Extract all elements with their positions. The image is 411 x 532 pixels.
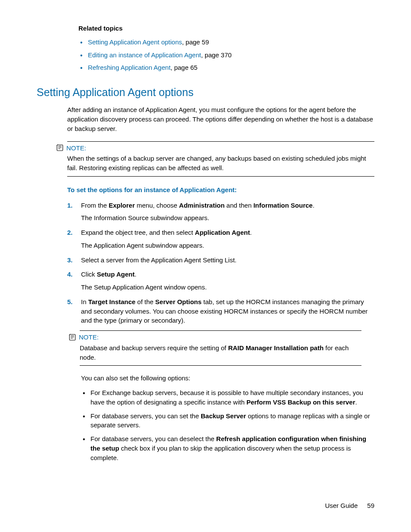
list-item: For database servers, you can deselect t…: [81, 434, 374, 462]
note-body: Database and backup servers require the …: [80, 343, 361, 362]
step-result: The Application Agent subwindow appears.: [81, 241, 374, 250]
step-text: From the Explorer menu, choose Administr…: [81, 202, 314, 209]
list-item: Editing an instance of Application Agent…: [78, 50, 374, 60]
note-body: When the settings of a backup server are…: [67, 154, 374, 173]
step-text: Expand the object tree, and then select …: [81, 229, 252, 236]
note-label: NOTE:: [79, 333, 99, 342]
step-item: Click Setup Agent. The Setup Application…: [67, 270, 374, 292]
related-topics-heading: Related topics: [78, 24, 374, 33]
intro-paragraph: After adding an instance of Application …: [67, 105, 374, 133]
procedure-heading: To set the options for an instance of Ap…: [67, 185, 374, 195]
list-item: For Exchange backup servers, because it …: [81, 388, 374, 407]
svg-rect-1: [69, 334, 75, 340]
divider: [80, 330, 361, 331]
related-link[interactable]: Editing an instance of Application Agent: [88, 51, 201, 59]
step-item: Expand the object tree, and then select …: [67, 228, 374, 250]
note-block: NOTE: Database and backup servers requir…: [80, 330, 361, 366]
related-suffix: , page 65: [171, 64, 198, 71]
steps-list: From the Explorer menu, choose Administr…: [67, 201, 374, 326]
divider: [80, 365, 361, 366]
footer-label: User Guide: [325, 502, 358, 509]
divider: [67, 141, 374, 142]
step-result: The Information Source subwindow appears…: [81, 213, 374, 223]
note-label: NOTE:: [66, 143, 86, 153]
related-link[interactable]: Setting Application Agent options: [88, 38, 182, 46]
note-block: NOTE: When the settings of a backup serv…: [67, 141, 374, 177]
related-suffix: , page 59: [182, 38, 209, 46]
list-item: Refreshing Application Agent, page 65: [78, 63, 374, 72]
list-item: Setting Application Agent options, page …: [78, 37, 374, 47]
page-number: 59: [367, 502, 374, 509]
options-list: For Exchange backup servers, because it …: [81, 388, 374, 462]
options-intro: You can also set the following options:: [81, 373, 374, 383]
section-title: Setting Application Agent options: [37, 84, 374, 100]
divider: [67, 176, 374, 177]
step-item: In Target Instance of the Server Options…: [67, 297, 374, 325]
note-icon: [56, 144, 64, 152]
note-icon: [68, 333, 76, 341]
page-footer: User Guide59: [325, 501, 374, 510]
step-item: From the Explorer menu, choose Administr…: [67, 201, 374, 223]
related-link[interactable]: Refreshing Application Agent: [88, 64, 171, 71]
step-result: The Setup Application Agent window opens…: [81, 283, 374, 292]
step-text: Select a server from the Application Age…: [81, 256, 237, 264]
svg-rect-0: [57, 145, 63, 151]
step-text: Click Setup Agent.: [81, 271, 137, 278]
step-item: Select a server from the Application Age…: [67, 255, 374, 265]
step-text: In Target Instance of the Server Options…: [81, 298, 367, 324]
related-suffix: , page 370: [201, 51, 232, 59]
list-item: For database servers, you can set the Ba…: [81, 411, 374, 430]
related-topics-list: Setting Application Agent options, page …: [78, 37, 374, 72]
